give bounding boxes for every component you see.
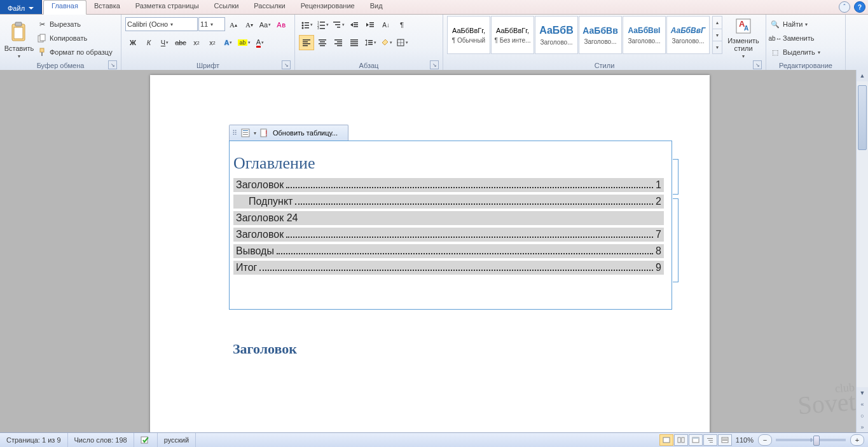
- heading-1-text[interactable]: Заголовок: [233, 341, 297, 357]
- status-word-count[interactable]: Число слов: 198: [68, 433, 134, 447]
- change-case-button[interactable]: Aa▾: [258, 17, 273, 32]
- next-page-icon[interactable]: »: [857, 422, 868, 433]
- bucket-icon: [380, 38, 389, 47]
- styles-gallery[interactable]: АаБбВвГг,¶ ОбычныйАаБбВвГг,¶ Без инте...…: [447, 16, 710, 54]
- text-effects-button[interactable]: A▾: [221, 35, 236, 50]
- toc-entry-text: Заголовок: [236, 229, 284, 240]
- prev-page-icon[interactable]: «: [857, 399, 868, 410]
- toc-entry[interactable]: Итог9: [233, 261, 664, 275]
- cut-button[interactable]: ✂Вырезать: [37, 18, 113, 31]
- superscript-button[interactable]: x2: [205, 35, 220, 50]
- style-gallery-item[interactable]: АаБбВвГЗаголово...: [666, 16, 710, 54]
- find-button[interactable]: 🔍Найти▾: [770, 18, 841, 31]
- align-left-button[interactable]: [299, 35, 314, 50]
- tab-page-layout[interactable]: Разметка страницы: [128, 0, 207, 14]
- toc-entry[interactable]: Заголовок 24: [233, 211, 664, 225]
- status-spellcheck[interactable]: [134, 433, 158, 447]
- tab-insert[interactable]: Вставка: [86, 0, 128, 14]
- shrink-font-button[interactable]: A▾: [242, 17, 257, 32]
- highlight-button[interactable]: ab▾: [237, 35, 252, 50]
- clipboard-dialog-launcher[interactable]: ↘: [108, 60, 117, 69]
- show-marks-button[interactable]: ¶: [394, 17, 410, 32]
- decrease-indent-button[interactable]: [347, 17, 362, 32]
- toc-update-label[interactable]: Обновить таблицу...: [273, 129, 338, 137]
- style-gallery-item[interactable]: АаБбВвIЗаголово...: [623, 16, 666, 54]
- clipboard-icon: [10, 22, 29, 43]
- zoom-slider[interactable]: [776, 439, 846, 441]
- increase-indent-button[interactable]: [362, 17, 378, 32]
- toc-toolbar: ⠿ ▾ ! Обновить таблицу...: [229, 125, 348, 141]
- tab-references[interactable]: Ссылки: [207, 0, 247, 14]
- svg-rect-24: [354, 26, 358, 27]
- numbering-button[interactable]: 123▾: [315, 17, 330, 32]
- vertical-scrollbar[interactable]: ▲ ▼ « ○ »: [856, 70, 868, 433]
- tab-view[interactable]: Вид: [362, 0, 390, 14]
- toc-entry[interactable]: Заголовок1: [233, 178, 664, 192]
- tab-home[interactable]: Главная: [43, 0, 86, 15]
- zoom-slider-thumb[interactable]: [813, 436, 820, 446]
- bold-button[interactable]: Ж: [125, 35, 141, 50]
- copy-button[interactable]: Копировать: [37, 32, 113, 45]
- strikethrough-button[interactable]: abc: [173, 35, 188, 50]
- draft-view-button[interactable]: [718, 434, 732, 446]
- zoom-level[interactable]: 110%: [736, 436, 754, 444]
- change-styles-button[interactable]: AA Изменить стили ▾: [725, 16, 762, 59]
- italic-button[interactable]: К: [141, 35, 156, 50]
- align-center-button[interactable]: [315, 35, 330, 50]
- scroll-down-icon[interactable]: ▼: [857, 387, 868, 399]
- toc-update-icon[interactable]: !: [260, 128, 269, 137]
- shading-button[interactable]: ▾: [378, 35, 394, 50]
- web-layout-view-button[interactable]: [689, 434, 703, 446]
- bullets-button[interactable]: ▾: [299, 17, 314, 32]
- browse-object-icon[interactable]: ○: [857, 410, 868, 422]
- cut-label: Вырезать: [50, 20, 81, 28]
- zoom-out-button[interactable]: −: [758, 434, 772, 446]
- print-layout-view-button[interactable]: [659, 434, 673, 446]
- paragraph-dialog-launcher[interactable]: ↘: [430, 60, 439, 69]
- toc-entry[interactable]: Выводы8: [233, 244, 664, 258]
- fullscreen-reading-view-button[interactable]: [674, 434, 688, 446]
- styles-dialog-launcher[interactable]: ↘: [753, 60, 762, 69]
- status-language[interactable]: русский: [158, 433, 196, 447]
- paste-button[interactable]: Вставить ▾: [4, 16, 34, 59]
- status-page[interactable]: Страница: 1 из 9: [0, 433, 68, 447]
- toc-entry[interactable]: Подпункт2: [233, 195, 664, 209]
- font-dialog-launcher[interactable]: ↘: [282, 60, 291, 69]
- zoom-in-button[interactable]: +: [850, 434, 864, 446]
- multilevel-list-button[interactable]: ▾: [331, 17, 346, 32]
- format-painter-button[interactable]: Формат по образцу: [37, 46, 113, 58]
- clear-formatting-button[interactable]: Aʙ: [273, 17, 289, 32]
- minimize-ribbon-icon[interactable]: ˆ: [839, 1, 850, 13]
- svg-rect-67: [708, 440, 713, 441]
- toc-field[interactable]: ⠿ ▾ ! Обновить таблицу... Оглавление Заг…: [229, 125, 672, 310]
- style-gallery-item[interactable]: АаБбВвГг,¶ Обычный: [447, 16, 490, 54]
- underline-button[interactable]: Ч▾: [157, 35, 172, 50]
- scroll-up-icon[interactable]: ▲: [857, 70, 868, 81]
- font-size-combo[interactable]: 11▾: [198, 17, 225, 31]
- font-color-button[interactable]: A▾: [252, 35, 268, 50]
- toc-entry[interactable]: Заголовок7: [233, 228, 664, 242]
- line-spacing-button[interactable]: ▾: [362, 35, 378, 50]
- select-button[interactable]: ⬚Выделить▾: [770, 46, 841, 58]
- tab-mailings[interactable]: Рассылки: [246, 0, 293, 14]
- replace-button[interactable]: ab↔Заменить: [770, 32, 841, 45]
- outline-view-button[interactable]: [703, 434, 717, 446]
- subscript-button[interactable]: x2: [189, 35, 204, 50]
- sort-button[interactable]: A↓: [378, 17, 394, 32]
- borders-button[interactable]: ▾: [394, 35, 410, 50]
- tab-review[interactable]: Рецензирование: [293, 0, 362, 14]
- font-name-combo[interactable]: Calibri (Осно▾: [125, 17, 198, 31]
- toc-menu-icon[interactable]: [241, 128, 250, 137]
- help-icon[interactable]: ?: [854, 1, 865, 13]
- tab-file[interactable]: Файл: [0, 0, 42, 14]
- style-gallery-item[interactable]: АаБбВвЗаголово...: [579, 16, 622, 54]
- scroll-thumb[interactable]: [858, 85, 867, 150]
- style-gallery-item[interactable]: АаБбВвГг,¶ Без инте...: [491, 16, 534, 54]
- style-gallery-item[interactable]: АаБбВЗаголово...: [535, 16, 578, 54]
- document-page[interactable]: ⠿ ▾ ! Обновить таблицу... Оглавление Заг…: [150, 75, 710, 447]
- grow-font-button[interactable]: A▴: [226, 17, 241, 32]
- justify-button[interactable]: [347, 35, 362, 50]
- styles-gallery-nav[interactable]: ▴▾▾: [712, 16, 722, 54]
- toc-grip-icon[interactable]: ⠿: [232, 129, 237, 137]
- align-right-button[interactable]: [331, 35, 346, 50]
